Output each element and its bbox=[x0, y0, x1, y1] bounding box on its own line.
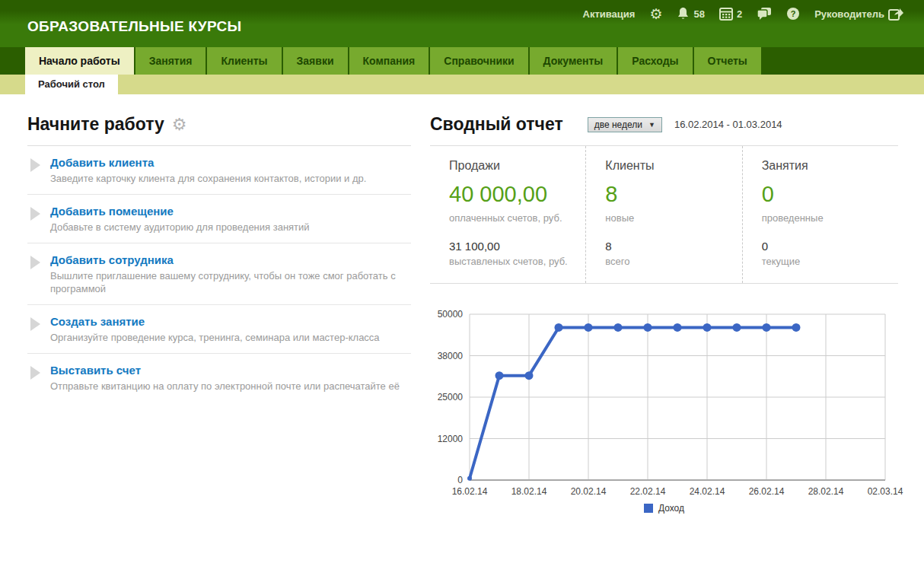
svg-text:16.02.14: 16.02.14 bbox=[452, 486, 488, 497]
utility-bar: Активация ⚙ 58 2 bbox=[583, 4, 904, 24]
getting-started-settings-gear-icon[interactable]: ⚙ bbox=[172, 116, 187, 133]
svg-text:20.02.14: 20.02.14 bbox=[571, 486, 607, 497]
tab-lessons[interactable]: Занятия bbox=[135, 47, 206, 75]
summary-report-header: Сводный отчет две недели ▼ 16.02.2014 - … bbox=[430, 103, 898, 146]
chevron-down-icon: ▼ bbox=[648, 121, 655, 129]
svg-text:25000: 25000 bbox=[438, 392, 464, 402]
arrow-right-icon bbox=[30, 317, 40, 331]
svg-text:28.02.14: 28.02.14 bbox=[808, 486, 844, 497]
notifications-button[interactable]: 58 bbox=[677, 7, 704, 21]
settings-gear-icon[interactable]: ⚙ bbox=[649, 7, 662, 21]
stat-lessons-held-label: проведенные bbox=[762, 212, 891, 224]
chart-legend: Доход bbox=[430, 503, 898, 514]
app-header: ОБРАЗОВАТЕЛЬНЫЕ КУРСЫ Активация ⚙ 58 2 bbox=[0, 0, 924, 47]
stat-clients-total-value: 8 bbox=[605, 240, 734, 253]
getting-started-title: Начните работу bbox=[27, 114, 164, 135]
add-employee-description: Вышлите приглашение вашему сотруднику, ч… bbox=[50, 269, 411, 295]
arrow-right-icon bbox=[30, 158, 40, 172]
stat-lessons-held-value: 0 bbox=[762, 182, 891, 207]
messenger-button[interactable] bbox=[757, 7, 772, 21]
add-employee-link[interactable]: Добавить сотрудника bbox=[50, 253, 174, 266]
add-client-link[interactable]: Добавить клиента bbox=[50, 156, 154, 169]
tab-expenses[interactable]: Расходы bbox=[618, 47, 692, 75]
stat-sales: Продажи 40 000,00 оплаченных счетов, руб… bbox=[430, 146, 585, 283]
add-room-description: Добавьте в систему аудиторию для проведе… bbox=[50, 221, 411, 234]
svg-text:02.03.14: 02.03.14 bbox=[868, 486, 903, 497]
summary-report-title: Сводный отчет bbox=[430, 114, 563, 135]
logout-share-icon bbox=[888, 7, 904, 21]
stat-clients: Клиенты 8 новые 8 всего bbox=[585, 146, 741, 283]
notifications-count: 58 bbox=[693, 8, 704, 20]
svg-text:18.02.14: 18.02.14 bbox=[511, 486, 547, 497]
sub-tab-bar: Рабочий стол bbox=[0, 75, 924, 94]
add-client-description: Заведите карточку клиента для сохранения… bbox=[50, 172, 411, 185]
legend-label-income: Доход bbox=[658, 503, 684, 514]
svg-text:24.02.14: 24.02.14 bbox=[690, 486, 725, 497]
calendar-icon bbox=[719, 7, 733, 21]
svg-text:26.02.14: 26.02.14 bbox=[749, 486, 785, 497]
stat-clients-new-label: новые bbox=[605, 212, 734, 224]
stat-clients-title: Клиенты bbox=[605, 159, 734, 173]
getting-started-panel: Начните работу ⚙ Добавить клиента Заведи… bbox=[27, 103, 411, 402]
stat-sales-issued-value: 31 100,00 bbox=[449, 240, 578, 253]
issue-invoice-description: Отправьте квитанцию на оплату по электро… bbox=[50, 380, 411, 393]
user-menu[interactable]: Руководитель bbox=[814, 7, 904, 21]
list-item-create-lesson[interactable]: Создать занятие Организуйте проведение к… bbox=[27, 305, 411, 354]
svg-text:?: ? bbox=[791, 9, 796, 18]
stat-sales-paid-value: 40 000,00 bbox=[449, 182, 578, 207]
arrow-right-icon bbox=[30, 207, 40, 221]
list-item-add-employee[interactable]: Добавить сотрудника Вышлите приглашение … bbox=[27, 243, 411, 305]
stat-sales-title: Продажи bbox=[449, 159, 578, 173]
subtab-desktop[interactable]: Рабочий стол bbox=[25, 75, 118, 94]
stats-row: Продажи 40 000,00 оплаченных счетов, руб… bbox=[430, 146, 898, 284]
tab-clients[interactable]: Клиенты bbox=[207, 47, 281, 75]
stat-clients-total-label: всего bbox=[605, 255, 734, 268]
stat-lessons-current-value: 0 bbox=[762, 240, 891, 253]
income-line-chart: 01200025000380005000016.02.1418.02.1420.… bbox=[430, 299, 910, 497]
income-chart: 01200025000380005000016.02.1418.02.1420.… bbox=[430, 299, 898, 514]
stat-lessons-current-label: текущие bbox=[762, 255, 891, 268]
calendar-button[interactable]: 2 bbox=[719, 7, 742, 21]
list-item-issue-invoice[interactable]: Выставить счет Отправьте квитанцию на оп… bbox=[27, 354, 411, 402]
summary-report-panel: Сводный отчет две недели ▼ 16.02.2014 - … bbox=[430, 103, 898, 514]
add-room-link[interactable]: Добавить помещение bbox=[50, 205, 174, 218]
user-role-label: Руководитель bbox=[814, 8, 884, 20]
date-range: 16.02.2014 - 01.03.2014 bbox=[674, 119, 782, 130]
app-title: ОБРАЗОВАТЕЛЬНЫЕ КУРСЫ bbox=[27, 18, 241, 35]
period-select-value: две недели bbox=[594, 119, 642, 130]
arrow-right-icon bbox=[30, 366, 40, 380]
svg-text:0: 0 bbox=[457, 475, 463, 485]
stat-lessons-title: Занятия bbox=[762, 159, 891, 173]
activation-link[interactable]: Активация bbox=[583, 8, 636, 20]
tab-requests[interactable]: Заявки bbox=[283, 47, 348, 75]
stat-sales-issued-label: выставленых счетов, руб. bbox=[449, 255, 578, 268]
svg-text:38000: 38000 bbox=[438, 351, 464, 361]
stat-lessons: Занятия 0 проведенные 0 текущие bbox=[742, 146, 898, 283]
create-lesson-description: Организуйте проведение курса, тренинга, … bbox=[50, 331, 411, 344]
create-lesson-link[interactable]: Создать занятие bbox=[50, 315, 145, 328]
issue-invoice-link[interactable]: Выставить счет bbox=[50, 364, 141, 377]
help-icon: ? bbox=[786, 7, 800, 21]
chat-icon bbox=[757, 7, 772, 21]
tab-directories[interactable]: Справочники bbox=[430, 47, 527, 75]
stat-sales-paid-label: оплаченных счетов, руб. bbox=[449, 212, 578, 224]
tab-documents[interactable]: Документы bbox=[530, 47, 617, 75]
list-item-add-client[interactable]: Добавить клиента Заведите карточку клиен… bbox=[27, 146, 411, 195]
svg-text:22.02.14: 22.02.14 bbox=[630, 486, 666, 497]
tab-getting-started[interactable]: Начало работы bbox=[25, 47, 134, 75]
calendar-count: 2 bbox=[737, 8, 742, 20]
help-button[interactable]: ? bbox=[786, 7, 800, 21]
bell-icon bbox=[677, 7, 690, 21]
svg-text:12000: 12000 bbox=[438, 434, 464, 444]
content-area: Начните работу ⚙ Добавить клиента Заведи… bbox=[0, 94, 924, 563]
list-item-add-room[interactable]: Добавить помещение Добавьте в систему ау… bbox=[27, 195, 411, 243]
period-select[interactable]: две недели ▼ bbox=[588, 117, 662, 132]
tab-reports[interactable]: Отчеты bbox=[694, 47, 761, 75]
tab-company[interactable]: Компания bbox=[349, 47, 429, 75]
main-tab-bar: Начало работы Занятия Клиенты Заявки Ком… bbox=[0, 47, 924, 75]
stat-clients-new-value: 8 bbox=[605, 182, 734, 207]
svg-text:50000: 50000 bbox=[438, 309, 464, 320]
arrow-right-icon bbox=[30, 256, 40, 269]
getting-started-header: Начните работу ⚙ bbox=[27, 103, 411, 146]
legend-swatch-income bbox=[644, 504, 653, 513]
